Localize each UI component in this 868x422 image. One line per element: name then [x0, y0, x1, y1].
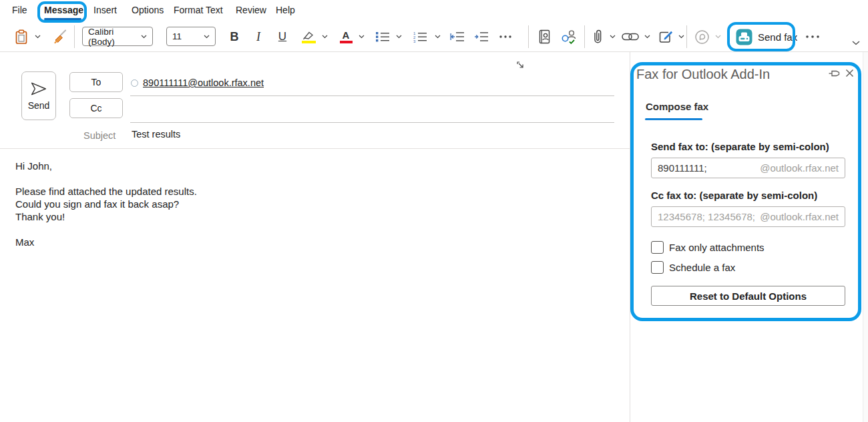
chevron-down-icon — [35, 35, 41, 39]
bullets-button[interactable] — [373, 27, 393, 47]
send-fax-label: Send fax — [758, 31, 797, 43]
bullets-dropdown[interactable] — [394, 32, 403, 41]
close-pane-button[interactable] — [845, 69, 856, 79]
tab-compose-fax[interactable]: Compose fax — [646, 101, 708, 112]
ribbon-toolbar: Calibri (Body) 11 B I U — [0, 21, 868, 52]
pane-title: Fax for Outlook Add-In — [636, 67, 770, 82]
to-button-label: To — [91, 77, 101, 87]
schedule-a-fax-checkbox[interactable] — [651, 261, 664, 274]
text-highlight-button[interactable] — [298, 27, 318, 47]
body-line: Hi John, — [15, 160, 603, 172]
increase-indent-button[interactable] — [471, 27, 491, 47]
menu-insert[interactable]: Insert — [93, 5, 117, 15]
menu-file[interactable]: File — [12, 5, 27, 15]
menu-bar: File Message Insert Options Format Text … — [0, 0, 868, 21]
cc-button-label: Cc — [90, 103, 101, 114]
chevron-down-icon — [359, 35, 365, 39]
chevron-down-icon — [322, 35, 328, 39]
check-names-button[interactable] — [558, 27, 580, 47]
collapse-ribbon-button[interactable] — [849, 37, 863, 48]
dialog-launcher-button[interactable] — [515, 60, 525, 69]
font-size-select[interactable]: 11 — [166, 27, 216, 46]
chevron-down-icon — [141, 35, 147, 39]
paste-dropdown[interactable] — [33, 32, 42, 41]
cc-fax-to-input[interactable] — [658, 211, 758, 222]
send-fax-button[interactable]: Send fax — [732, 26, 801, 47]
ribbon-separator — [74, 25, 75, 48]
chevron-down-icon — [715, 35, 721, 39]
indent-icon — [474, 31, 489, 43]
numbering-button[interactable]: 1 2 3 — [410, 27, 430, 47]
cc-fax-to-field[interactable]: @outlook.rfax.net — [651, 206, 845, 227]
reset-to-default-options-button[interactable]: Reset to Default Options — [651, 286, 845, 306]
bold-button[interactable]: B — [226, 27, 243, 47]
send-fax-to-field[interactable]: @outlook.rfax.net — [651, 158, 845, 178]
cc-fax-to-label: Cc fax to: (separate by semi-colon) — [651, 190, 817, 201]
loop-component-button[interactable] — [692, 27, 712, 47]
font-color-button[interactable]: A — [336, 27, 356, 47]
send-fax-to-label: Send fax to: (separate by semi-colon) — [651, 141, 829, 152]
clipboard-icon — [15, 29, 28, 45]
to-recipient-address: 890111111@outlook.rfax.net — [143, 77, 264, 88]
underline-button[interactable]: U — [274, 27, 291, 47]
loop-dropdown[interactable] — [713, 32, 722, 41]
more-formatting-button[interactable] — [495, 27, 515, 47]
message-body-editor[interactable]: Hi John, Please find attached the update… — [15, 160, 603, 248]
menu-format-text[interactable]: Format Text — [174, 5, 223, 15]
font-color-dropdown[interactable] — [357, 32, 366, 41]
ellipsis-icon — [805, 35, 820, 39]
body-line: Max — [15, 236, 603, 248]
to-button[interactable]: To — [69, 72, 123, 92]
chevron-down-icon — [678, 35, 684, 39]
signature-button[interactable] — [656, 27, 676, 47]
attach-file-button[interactable] — [589, 27, 606, 47]
body-line — [15, 223, 603, 236]
format-painter-button[interactable] — [51, 27, 69, 46]
italic-icon: I — [256, 30, 260, 44]
svg-text:3: 3 — [413, 39, 416, 43]
pane-scrollbar[interactable] — [863, 52, 868, 422]
chevron-down-icon — [610, 35, 616, 39]
letter-A-red-bar-icon: A — [340, 31, 353, 43]
body-line: Please find attached the updated results… — [15, 185, 603, 198]
chevron-down-icon — [396, 35, 402, 39]
send-button[interactable]: Send — [21, 71, 56, 120]
italic-button[interactable]: I — [250, 27, 267, 47]
attach-file-dropdown[interactable] — [608, 32, 617, 41]
menu-review[interactable]: Review — [236, 5, 266, 15]
subject-input[interactable] — [132, 129, 599, 140]
numbering-dropdown[interactable] — [433, 32, 442, 41]
pin-pane-button[interactable] — [829, 69, 841, 79]
fax-only-attachments-checkbox[interactable] — [651, 241, 664, 254]
decrease-indent-button[interactable] — [447, 27, 467, 47]
schedule-a-fax-label: Schedule a fax — [669, 262, 735, 273]
send-fax-to-input[interactable] — [658, 162, 758, 174]
link-button[interactable] — [620, 27, 641, 47]
reset-button-label: Reset to Default Options — [690, 290, 807, 302]
chevron-down-icon — [852, 41, 860, 45]
font-name-value: Calibri (Body) — [88, 27, 141, 47]
pane-divider — [630, 52, 630, 422]
address-book-button[interactable] — [534, 27, 554, 47]
body-line: Thank you! — [15, 210, 603, 223]
subject-label: Subject — [83, 130, 116, 141]
signature-dropdown[interactable] — [676, 32, 686, 41]
presence-indicator-icon — [131, 79, 138, 87]
bulleted-list-icon — [375, 31, 390, 43]
pen-square-icon — [658, 29, 674, 44]
ribbon-separator — [528, 25, 529, 48]
outdent-icon — [450, 31, 465, 43]
underline-icon: U — [278, 30, 286, 43]
paste-button[interactable] — [12, 27, 31, 47]
to-field-line — [130, 95, 614, 96]
font-name-select[interactable]: Calibri (Body) — [82, 27, 153, 46]
menu-message[interactable]: Message — [44, 5, 83, 15]
fax-only-attachments-label: Fax only attachments — [669, 242, 765, 253]
to-recipient-chip[interactable]: 890111111@outlook.rfax.net — [131, 77, 264, 88]
menu-options[interactable]: Options — [132, 5, 164, 15]
menu-help[interactable]: Help — [276, 5, 295, 15]
ribbon-more-button[interactable] — [801, 27, 824, 47]
cc-button[interactable]: Cc — [69, 98, 123, 118]
text-highlight-dropdown[interactable] — [320, 32, 329, 41]
link-dropdown[interactable] — [642, 32, 652, 41]
